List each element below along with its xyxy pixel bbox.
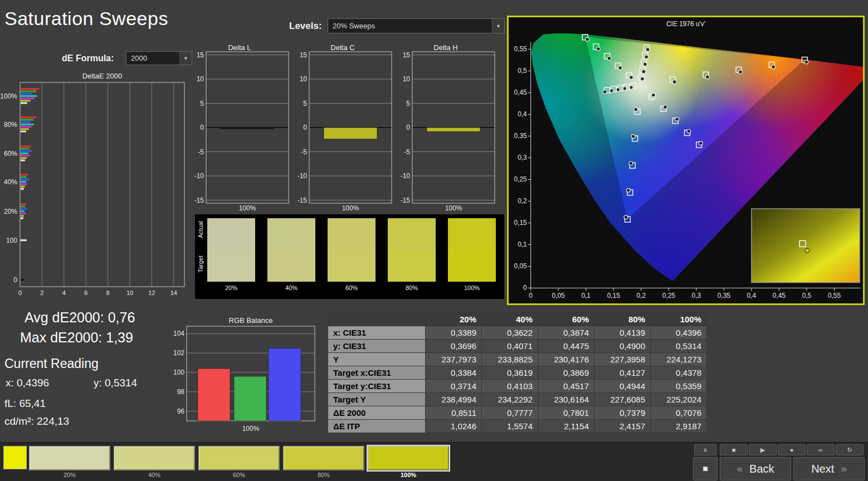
table-cell: 0,4071: [482, 340, 538, 353]
table-cell: 0,4475: [538, 340, 594, 353]
deltae-bar: [21, 102, 27, 104]
next-button[interactable]: Next »: [793, 457, 865, 480]
play-button[interactable]: ▶: [749, 444, 777, 455]
table-row-label: Y: [328, 353, 426, 366]
cie-measured-marker-magenta: [675, 117, 679, 121]
cie-measured-marker-yellow: [641, 77, 645, 81]
deltae-x-tick: 10: [126, 289, 133, 296]
table-cell: 0,8511: [426, 406, 482, 420]
deltae-bar: [21, 188, 24, 190]
deltae-chart-title: DeltaE 2000: [20, 72, 184, 80]
next-arrows-icon: »: [841, 463, 847, 475]
level-tile-label: 100%: [368, 472, 449, 478]
deltae-bar: [21, 208, 27, 210]
expand-up-button[interactable]: ∧: [694, 444, 716, 455]
table-row: x: CIE310,33890,36220,38740,41390,4396: [328, 326, 707, 340]
swatch-target-color: [388, 250, 436, 282]
table-cell: 0,4517: [538, 380, 594, 393]
actual-row-label: Actual: [197, 221, 204, 238]
stop-measurement-button[interactable]: ■: [693, 457, 718, 480]
record-icon: ●: [790, 446, 794, 453]
delta-l-chart: 151050-5-10-15100%: [189, 50, 290, 213]
swatch-target-color: [328, 250, 376, 282]
table-row-label: Target Y: [328, 393, 426, 406]
delta-y-tick: -10: [298, 172, 308, 180]
delta-y-tick: 10: [300, 75, 308, 83]
swatch-target-color: [267, 250, 315, 282]
cie-y-tick: 0,35: [514, 132, 528, 140]
deltae-y-label: 20%: [4, 208, 17, 215]
delta-value-bar: [221, 127, 274, 129]
stop-button[interactable]: ■: [720, 444, 748, 455]
delta-y-tick: 0: [303, 124, 307, 131]
delta-y-tick: 10: [403, 75, 411, 83]
level-tile-100%[interactable]: [368, 446, 449, 470]
table-cell: 0,7777: [482, 406, 538, 420]
table-cell: 2,9187: [651, 420, 707, 433]
cie-measured-marker-magenta: [651, 93, 655, 97]
cie-measured-marker-blue: [626, 188, 630, 192]
current-reading-y: y: 0,5314: [94, 377, 137, 389]
table-cell: 0,4944: [594, 380, 651, 393]
cie-measured-marker-red: [804, 60, 808, 64]
delta-y-tick: -15: [298, 197, 308, 204]
cie-zoom-inset: [752, 209, 860, 282]
level-tile-40%[interactable]: [114, 446, 195, 470]
table-row: Target y:CIE310,37140,41030,45170,49440,…: [328, 380, 707, 393]
deltae-x-tick: 4: [62, 289, 66, 296]
table-cell: 1,5574: [482, 420, 538, 433]
deltae-bar: [21, 179, 30, 180]
delta-x-label: 100%: [342, 204, 359, 212]
deltae-y-label: 60%: [4, 150, 17, 158]
delta-c-chart: 151050-5-10-15100%: [292, 50, 393, 213]
levels-dropdown[interactable]: 20% Sweeps ▼: [328, 18, 505, 33]
table-cell: 230,4176: [538, 353, 594, 366]
table-row-label: Target x:CIE31: [328, 366, 426, 380]
cie-y-tick: 0: [523, 284, 527, 292]
rgb-balance-title: RGB Balance: [187, 316, 315, 325]
cie-y-tick: 0,25: [514, 175, 528, 183]
deltae-bar: [21, 126, 32, 127]
current-color-swatch[interactable]: [3, 446, 27, 469]
swatch-40%: [267, 218, 315, 282]
chevron-down-icon[interactable]: ▼: [492, 19, 504, 33]
deltae-bar: [21, 97, 35, 99]
deltae-bar: [21, 183, 27, 185]
deltae-bar: [21, 155, 30, 156]
cie-measured-marker-green: [597, 47, 601, 51]
delta-y-tick: -15: [194, 197, 204, 204]
level-tile-80%[interactable]: [283, 446, 364, 470]
table-cell: 0,3874: [538, 326, 594, 340]
de-formula-label: dE Formula:: [62, 53, 114, 63]
level-tile-60%[interactable]: [198, 446, 280, 470]
cie-y-tick: 0,3: [518, 154, 527, 161]
record-button[interactable]: ●: [778, 444, 806, 455]
levels-dropdown-value: 20% Sweeps: [328, 22, 375, 30]
deltae-gridlines: [42, 82, 173, 287]
stop-icon: ■: [703, 464, 708, 474]
refresh-button[interactable]: ↻: [836, 444, 864, 455]
delta-y-tick: -5: [301, 148, 307, 156]
level-tile-20%[interactable]: [29, 446, 110, 470]
delta-y-tick: -5: [198, 148, 204, 156]
back-button[interactable]: « Back: [720, 457, 791, 480]
loop-button[interactable]: ∞: [807, 444, 835, 455]
delta-x-label: 100%: [445, 204, 462, 212]
deltae-bar: [21, 153, 28, 154]
deltae-bar: [21, 124, 34, 125]
deltae-bar: [21, 150, 32, 152]
back-arrows-icon: «: [737, 463, 743, 475]
deltae-bar: [21, 93, 32, 95]
cie-measured-marker-blue: [631, 135, 635, 139]
table-cell: 0,4900: [594, 340, 651, 353]
swatch-60%: [328, 218, 376, 282]
cie-y-tick: 0,2: [518, 197, 527, 205]
levels-label: Levels:: [289, 21, 322, 32]
cie-measured-marker-green: [630, 76, 633, 80]
deltae-bar: [21, 181, 26, 183]
table-cell: 227,3958: [594, 353, 651, 366]
cie-measured-marker-red: [772, 65, 776, 69]
deltae-bar: [21, 88, 39, 90]
de-formula-dropdown[interactable]: 2000 ▼: [126, 51, 192, 65]
cie-y-tick: 0,5: [518, 67, 527, 75]
